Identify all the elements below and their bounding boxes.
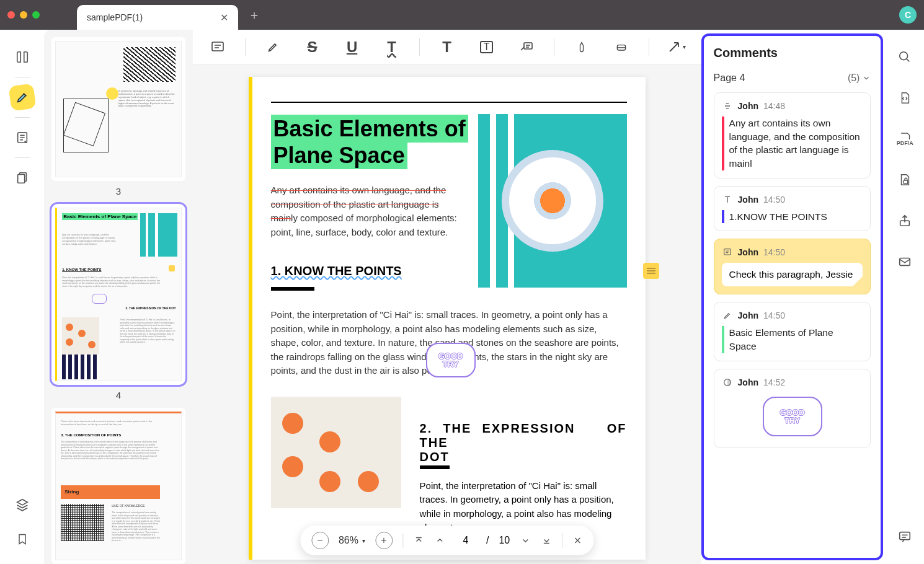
pen-tool-button[interactable] xyxy=(569,35,594,59)
pdfa-icon[interactable]: PDF/A xyxy=(892,126,917,151)
svg-rect-6 xyxy=(724,249,731,255)
sticky-note-icon[interactable] xyxy=(643,263,659,279)
comments-toggle-icon[interactable] xyxy=(892,524,917,549)
toolbar-separator xyxy=(554,38,554,56)
squiggly-underline-button[interactable]: T xyxy=(380,35,404,59)
comment-item-selected[interactable]: John 14:50 Check this paragraph, Jessie xyxy=(714,239,871,294)
svg-rect-12 xyxy=(900,532,910,540)
page-hero-image xyxy=(478,114,627,288)
paragraph: Point, the interpretation of "Ci Hai" is… xyxy=(271,308,627,378)
right-sidebar: PDF/A xyxy=(886,30,924,564)
mail-icon[interactable] xyxy=(892,249,917,274)
page-number-input[interactable] xyxy=(455,535,476,546)
comment-text: Basic Elements of Plane Space xyxy=(722,326,863,353)
comments-count: (5) xyxy=(848,73,871,84)
thumbnail-panel[interactable]: In geometry, topology and related branch… xyxy=(44,30,192,564)
strikethrough-icon xyxy=(722,100,733,112)
svg-rect-2 xyxy=(17,175,24,183)
last-page-button[interactable] xyxy=(541,535,552,546)
arrow-tool-button[interactable]: ▾ xyxy=(664,35,689,59)
zoom-out-button[interactable]: − xyxy=(311,532,329,549)
search-icon[interactable] xyxy=(892,45,917,69)
close-controls-button[interactable] xyxy=(572,535,582,545)
divider xyxy=(15,77,30,77)
highlighter-button[interactable] xyxy=(260,35,285,59)
stamp-icon xyxy=(722,377,733,388)
zoom-level[interactable]: 86% ▾ xyxy=(339,535,365,546)
text-icon xyxy=(722,194,733,205)
next-page-button[interactable] xyxy=(520,535,531,546)
comment-sticker: GOOD TRY xyxy=(722,393,863,440)
svg-rect-3 xyxy=(212,42,223,51)
text-tool-button[interactable]: T xyxy=(435,35,460,59)
thumbnail-number: 4 xyxy=(51,390,185,400)
comments-page-label: Page 4 xyxy=(714,73,745,84)
tab-title: samplePDF(1) xyxy=(87,12,143,22)
highlighter-icon xyxy=(722,310,733,321)
textbox-tool-button[interactable]: T xyxy=(474,35,499,59)
svg-rect-11 xyxy=(900,258,910,266)
close-window-button[interactable] xyxy=(7,11,15,19)
divider xyxy=(15,117,30,118)
comment-text: Any art contains its own language, and t… xyxy=(722,117,863,170)
svg-point-8 xyxy=(900,52,908,60)
thumbnail-page-4[interactable]: Basic Elements of Plane Space Any art co… xyxy=(51,204,185,385)
comment-text: 1.KNOW THE POINTS xyxy=(722,210,863,224)
reader-view-icon[interactable] xyxy=(10,45,35,69)
zoom-in-button[interactable]: + xyxy=(375,532,393,549)
first-page-button[interactable] xyxy=(413,535,424,546)
document-tab[interactable]: samplePDF(1) ✕ xyxy=(77,5,238,30)
thumbnail-image: Points also have dominant and recessive … xyxy=(55,412,181,560)
svg-rect-4 xyxy=(524,43,532,49)
bookmark-icon[interactable] xyxy=(10,527,35,552)
prev-page-button[interactable] xyxy=(434,535,445,546)
pages-tool-icon[interactable] xyxy=(10,165,35,190)
callout-tool-button[interactable] xyxy=(514,35,539,59)
thumbnail-number: 3 xyxy=(51,186,185,196)
comments-panel: Comments Page 4 (5) John 14:48 Any art c… xyxy=(701,33,884,560)
thumbnail-image: Basic Elements of Plane Space Any art co… xyxy=(55,208,181,381)
svg-rect-9 xyxy=(904,180,907,184)
maximize-window-button[interactable] xyxy=(32,11,40,19)
comment-item[interactable]: John 14:48 Any art contains its own lang… xyxy=(714,92,871,178)
eraser-tool-button[interactable] xyxy=(609,35,634,59)
new-tab-button[interactable]: ＋ xyxy=(248,7,260,24)
share-icon[interactable] xyxy=(892,208,917,233)
thumbnail-page-5[interactable]: Points also have dominant and recessive … xyxy=(51,408,185,564)
titlebar: samplePDF(1) ✕ ＋ C xyxy=(0,0,924,30)
comment-item[interactable]: John 14:50 1.KNOW THE POINTS xyxy=(714,186,871,232)
page-total: 10 xyxy=(499,535,510,546)
lock-file-icon[interactable] xyxy=(892,167,917,192)
chevron-down-icon xyxy=(862,74,871,82)
good-try-sticker[interactable]: GOODTRY xyxy=(426,343,476,377)
comments-page-header[interactable]: Page 4 (5) xyxy=(714,73,871,84)
minimize-window-button[interactable] xyxy=(20,11,27,19)
section-image xyxy=(271,397,401,508)
left-sidebar xyxy=(0,30,44,564)
convert-icon[interactable] xyxy=(892,86,917,110)
layers-icon[interactable] xyxy=(10,492,35,517)
thumbnail-page-3[interactable]: In geometry, topology and related branch… xyxy=(51,37,185,181)
strikethrough-button[interactable]: S xyxy=(300,35,325,59)
comments-title: Comments xyxy=(714,46,871,60)
document-area: S U T T T ▾ xyxy=(193,30,701,564)
app-body: In geometry, topology and related branch… xyxy=(0,30,924,564)
note-icon xyxy=(722,247,733,258)
window-controls xyxy=(7,11,40,19)
underline-button[interactable]: U xyxy=(340,35,365,59)
page-separator: / xyxy=(486,535,489,546)
close-tab-button[interactable]: ✕ xyxy=(220,12,228,24)
annotation-toolbar: S U T T T ▾ xyxy=(193,30,701,64)
document-viewport[interactable]: Basic Elements of Plane Space Any art co… xyxy=(193,64,701,564)
toolbar-separator xyxy=(649,38,649,56)
page-controls: − 86% ▾ + / 10 xyxy=(300,526,593,555)
form-tool-icon[interactable] xyxy=(10,125,35,150)
highlighter-tool-icon[interactable] xyxy=(8,83,36,111)
user-avatar[interactable]: C xyxy=(899,6,917,24)
comment-item[interactable]: John 14:52 GOOD TRY xyxy=(714,369,871,448)
thumbnail-image: In geometry, topology and related branch… xyxy=(55,41,181,177)
toolbar-separator xyxy=(245,38,246,56)
comment-tool-button[interactable] xyxy=(205,35,230,59)
comment-item[interactable]: John 14:50 Basic Elements of Plane Space xyxy=(714,302,871,361)
toolbar-separator xyxy=(419,38,420,56)
